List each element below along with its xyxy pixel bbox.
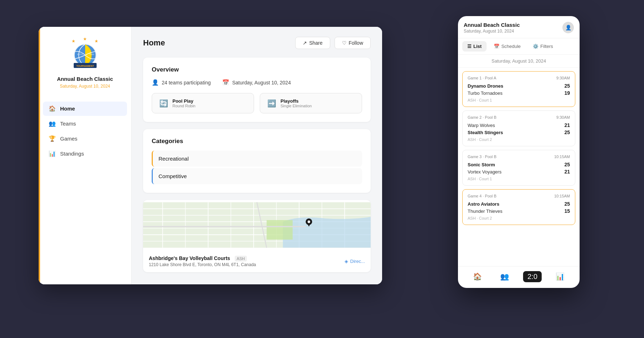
game-3-time: 10:15AM [554, 155, 570, 159]
game-2-team1-score: 21 [564, 122, 570, 128]
mobile-nav-home[interactable]: 🏠 [469, 271, 486, 282]
svg-text:★: ★ [83, 36, 87, 41]
directions-button[interactable]: ◈ Direc... [345, 259, 365, 264]
heart-icon: ♡ [342, 40, 347, 46]
tab-filters[interactable]: ⚙️ Filters [528, 41, 558, 52]
category-recreational-label: Recreational [158, 156, 189, 162]
pool-play-name: Pool Play [172, 98, 195, 104]
share-icon: ↗ [303, 40, 307, 46]
category-recreational[interactable]: Recreational [152, 151, 362, 167]
schedule-date-header: Saturday, August 10, 2024 [458, 55, 580, 68]
tab-list[interactable]: ☰ List [462, 41, 487, 52]
game-4-team2-score: 15 [564, 208, 570, 214]
sidebar-tournament-title: Annual Beach Classic [57, 75, 113, 83]
game-4-label: Game 4 · Pool B [468, 194, 497, 198]
mobile-standings-icon: 📊 [556, 272, 565, 281]
game-1-team2-score: 19 [564, 90, 570, 96]
directions-icon: ◈ [345, 259, 348, 264]
follow-button[interactable]: ♡ Follow [335, 37, 371, 49]
playoffs-text: Playoffs Single Elimination [280, 98, 312, 108]
svg-text:TOURNAMENT: TOURNAMENT [76, 65, 94, 67]
format-pool-play: 🔄 Pool Play Round Robin [152, 93, 254, 113]
venue-section: Ashbridge's Bay Volleyball Courts ASH 12… [143, 200, 371, 272]
mobile-nav-teams[interactable]: 👥 [496, 271, 513, 282]
game-4-header: Game 4 · Pool B 10:15AM [468, 194, 570, 198]
tab-schedule-label: Schedule [501, 44, 521, 49]
sidebar-logo-area: ★ ★ ★ TOURNAMENT [39, 27, 131, 96]
svg-text:ESTD: ESTD [77, 53, 83, 55]
share-button[interactable]: ↗ Share [295, 37, 330, 49]
game-3-team2-score: 21 [564, 169, 570, 175]
mobile-nav-scores[interactable]: 2:0 [523, 271, 542, 282]
game-1-header: Game 1 · Pool A 9:30AM [468, 76, 570, 80]
game-3-team2-name: Vortex Voyagers [468, 169, 502, 175]
game-1-team1: Dynamo Drones 25 [468, 83, 570, 89]
teams-count: 24 teams participating [162, 80, 211, 85]
game-1-team1-name: Dynamo Drones [468, 83, 503, 89]
content-header: Home ↗ Share ♡ Follow [143, 37, 371, 49]
mobile-home-icon: 🏠 [473, 272, 482, 281]
game-3-label: Game 3 · Pool B [468, 155, 497, 159]
mobile-tabs: ☰ List 📅 Schedule ⚙️ Filters [458, 38, 580, 55]
pool-play-text: Pool Play Round Robin [172, 98, 195, 108]
game-2-time: 9:30AM [556, 115, 570, 119]
playoffs-name: Playoffs [280, 98, 312, 104]
header-actions: ↗ Share ♡ Follow [295, 37, 371, 49]
venue-details: Ashbridge's Bay Volleyball Courts ASH 12… [149, 255, 256, 267]
mobile-app-title: Annual Beach Classic [464, 22, 520, 28]
game-2-team1-name: Warp Wolves [468, 123, 495, 128]
venue-info: Ashbridge's Bay Volleyball Courts ASH 12… [143, 250, 371, 272]
venue-name: Ashbridge's Bay Volleyball Courts [149, 255, 230, 261]
user-avatar[interactable]: 👤 [562, 22, 574, 33]
map-image [143, 200, 371, 250]
share-label: Share [309, 40, 322, 46]
svg-point-30 [308, 220, 310, 223]
sidebar-nav: 🏠 Home 👥 Teams 🏆 Games 📊 Standings [39, 96, 131, 285]
svg-text:★: ★ [94, 39, 98, 44]
svg-rect-25 [267, 220, 293, 240]
sidebar-item-games[interactable]: 🏆 Games [43, 132, 127, 146]
avatar-icon: 👤 [565, 25, 571, 30]
game-2-header: Game 2 · Pool B 9:30AM [468, 115, 570, 119]
directions-label: Direc... [350, 259, 365, 264]
game-1-venue: ASH · Court 1 [468, 98, 570, 102]
sidebar-item-standings[interactable]: 📊 Standings [43, 147, 127, 161]
overview-card: Overview 👤 24 teams participating 📅 Satu… [143, 58, 371, 122]
game-card-4: Game 4 · Pool B 10:15AM Astro Aviators 2… [462, 189, 575, 225]
game-card-1: Game 1 · Pool A 9:30AM Dynamo Drones 25 … [462, 71, 575, 107]
playoffs-sub: Single Elimination [280, 104, 312, 108]
tab-filters-label: Filters [540, 44, 553, 49]
main-window: ★ ★ ★ TOURNAMENT [39, 27, 382, 284]
sidebar-item-home[interactable]: 🏠 Home [43, 102, 127, 116]
mobile-teams-icon: 👥 [500, 272, 509, 281]
tab-list-label: List [473, 44, 482, 49]
game-1-team2: Turbo Tornadoes 19 [468, 90, 570, 96]
filter-icon: ⚙️ [533, 44, 538, 49]
sidebar: ★ ★ ★ TOURNAMENT [39, 27, 132, 284]
game-2-label: Game 2 · Pool B [468, 115, 497, 119]
mobile-nav-standings[interactable]: 📊 [551, 271, 569, 282]
venue-name-row: Ashbridge's Bay Volleyball Courts ASH [149, 255, 256, 261]
games-icon: 🏆 [49, 135, 56, 142]
game-3-header: Game 3 · Pool B 10:15AM [468, 155, 570, 159]
sidebar-item-home-label: Home [60, 106, 75, 112]
game-2-team1: Warp Wolves 21 [468, 122, 570, 128]
game-1-label: Game 1 · Pool A [468, 76, 496, 80]
mobile-app-date: Saturday, August 10, 2024 [464, 29, 520, 34]
game-1-team2-name: Turbo Tornadoes [468, 90, 503, 96]
game-4-team2-name: Thunder Thieves [468, 209, 502, 214]
overview-meta: 👤 24 teams participating 📅 Saturday, Aug… [152, 79, 362, 86]
game-card-3: Game 3 · Pool B 10:15AM Sonic Storm 25 V… [462, 150, 575, 186]
svg-text:★: ★ [72, 39, 75, 44]
screen-wrapper: ★ ★ ★ TOURNAMENT [0, 0, 644, 338]
sidebar-item-teams[interactable]: 👥 Teams [43, 117, 127, 131]
game-2-team2-score: 25 [564, 129, 570, 135]
sidebar-item-standings-label: Standings [60, 151, 84, 157]
sidebar-item-teams-label: Teams [60, 121, 76, 127]
tournament-logo: ★ ★ ★ TOURNAMENT [67, 35, 103, 71]
category-competitive[interactable]: Competitive [152, 168, 362, 184]
tab-schedule[interactable]: 📅 Schedule [489, 41, 526, 52]
list-icon: ☰ [467, 44, 472, 49]
venue-address: 1210 Lake Shore Blvd E, Toronto, ON M4L … [149, 262, 256, 267]
format-playoffs: ➡️ Playoffs Single Elimination [260, 93, 362, 113]
